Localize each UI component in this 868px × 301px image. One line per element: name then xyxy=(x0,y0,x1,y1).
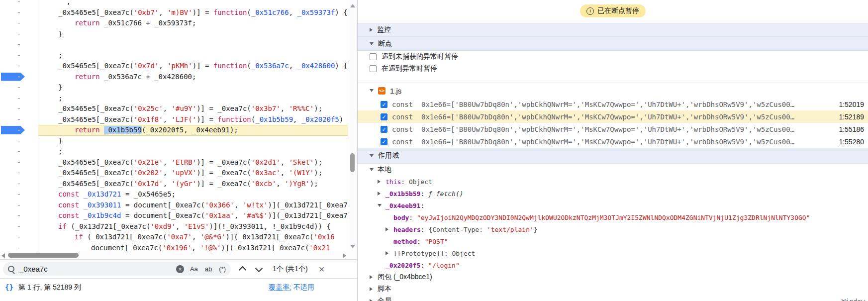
expand-arrow-icon[interactable] xyxy=(378,204,386,207)
line-gutter[interactable]: - xyxy=(0,179,38,190)
line-gutter[interactable]: - xyxy=(0,157,38,168)
scope-tree-item[interactable]: headers: {Content-Type: 'text/plain'} xyxy=(358,223,868,235)
code-line[interactable]: -document[_0xea7c('0x196', '!@%')](_0x13… xyxy=(0,243,348,252)
code-line[interactable]: -_0x5465e5[_0xea7c('0x202', 'upVX')] = _… xyxy=(0,168,348,179)
vertical-scrollbar[interactable] xyxy=(348,0,357,251)
clear-search-icon[interactable]: × xyxy=(176,265,184,273)
line-gutter[interactable]: - xyxy=(0,50,38,61)
scope-tree-item[interactable]: body: "eyJwIjoiN2QyMDQzODY3NDI0N2QwMjlkO… xyxy=(358,211,868,223)
pause-on-caught-checkbox[interactable] xyxy=(370,65,377,72)
line-gutter[interactable]: - xyxy=(0,18,38,29)
scope-tree-item[interactable]: [[Prototype]]: Object xyxy=(358,247,868,259)
scope-tree-item[interactable]: method: "POST" xyxy=(358,235,868,247)
expand-arrow-icon[interactable] xyxy=(370,287,378,291)
code-line[interactable]: -; xyxy=(0,146,348,157)
breakpoint-file-group[interactable]: <> 1.js xyxy=(358,83,868,98)
expand-arrow-icon[interactable] xyxy=(378,192,386,196)
code-line[interactable]: -_0x5465e5[_0xea7c('0xb7', 'm)BV')] = fu… xyxy=(0,7,348,18)
code-line[interactable]: -_0x5465e5[_0xea7c('0x17d', '(yGr')] = _… xyxy=(0,179,348,190)
code-line[interactable]: -_0x5465e5[_0xea7c('0x1f8', 'LJF(')] = f… xyxy=(0,114,348,125)
regex-button[interactable]: (*) xyxy=(219,265,226,273)
line-gutter[interactable]: - xyxy=(0,72,38,83)
code-line[interactable]: -_0x5465e5[_0xea7c('0x7d', 'pKMh')] = fu… xyxy=(0,61,348,72)
line-gutter[interactable]: - xyxy=(0,146,38,157)
line-gutter[interactable]: - xyxy=(0,221,38,232)
code-line[interactable]: -const _0x1b9c4d = document[_0xea7c('0x1… xyxy=(0,210,348,221)
breakpoint-entry[interactable]: ✓const _0x1e66=['B80Uw7bDq80n','wpbCkhQN… xyxy=(358,110,868,123)
expand-arrow-icon[interactable] xyxy=(370,299,378,301)
line-gutter[interactable]: - xyxy=(0,82,38,93)
close-search-icon[interactable]: × xyxy=(319,264,325,274)
pause-on-uncaught-row[interactable]: 遇到未捕获的异常时暂停 xyxy=(358,51,868,63)
code-line[interactable]: -} xyxy=(0,136,348,147)
code-line[interactable]: -return _0x1b5b59(_0x2020f5, _0x4eeb91); xyxy=(0,125,348,136)
breakpoint-entry[interactable]: ✓const _0x1e66=['B80Uw7bDq80n','wpbCkhQN… xyxy=(358,135,868,148)
breakpoint-checkbox[interactable]: ✓ xyxy=(381,138,387,145)
expand-arrow-icon[interactable] xyxy=(370,275,378,279)
code-line[interactable]: -_0x5465e5[_0xea7c('0x21e', 'EtRB')] = _… xyxy=(0,157,348,168)
scroll-left-icon[interactable] xyxy=(1,253,5,258)
code-line[interactable]: -return _0x536a7c + _0x428600; xyxy=(0,72,348,83)
vertical-scrollbar-thumb[interactable] xyxy=(350,153,355,172)
scope-tree-item[interactable]: 本地 xyxy=(358,164,868,176)
line-gutter[interactable]: - xyxy=(0,125,38,136)
code-line[interactable]: -; xyxy=(0,50,348,61)
search-input[interactable] xyxy=(19,265,176,273)
scope-tree-item[interactable]: 全局Window xyxy=(358,295,868,301)
code-line[interactable]: -const _0x13d721 = _0x5465e5; xyxy=(0,189,348,200)
scope-tree-item[interactable]: _0x2020f5: "/login" xyxy=(358,259,868,271)
line-gutter[interactable]: - xyxy=(0,7,38,18)
find-previous-button[interactable] xyxy=(239,266,247,274)
line-gutter[interactable]: - xyxy=(0,114,38,125)
expand-arrow-icon[interactable] xyxy=(370,168,378,171)
coverage-link[interactable]: 覆盖率: 不适用 xyxy=(269,283,314,292)
line-gutter[interactable]: - xyxy=(0,61,38,72)
line-gutter[interactable]: - xyxy=(0,200,38,211)
pause-on-caught-row[interactable]: 在遇到异常时暂停 xyxy=(358,63,868,75)
scope-tree-item[interactable]: this: Object xyxy=(358,176,868,188)
pause-on-uncaught-checkbox[interactable] xyxy=(370,53,377,60)
line-gutter[interactable]: - xyxy=(0,29,38,40)
section-breakpoints[interactable]: 断点 xyxy=(358,37,868,51)
source-editor[interactable]: -,-_0x5465e5[_0xea7c('0xb7', 'm)BV')] = … xyxy=(0,0,357,251)
code-line[interactable]: -; xyxy=(0,93,348,104)
horizontal-scrollbar[interactable] xyxy=(0,251,357,259)
code-line[interactable]: -if (_0x13d721[_0xea7c('0xd9', 'E1vS')](… xyxy=(0,221,348,232)
expand-arrow-icon[interactable] xyxy=(386,251,393,255)
scroll-right-icon[interactable] xyxy=(343,253,346,258)
code-line[interactable]: -} xyxy=(0,82,348,93)
code-line[interactable]: - xyxy=(0,39,348,50)
expand-arrow-icon[interactable] xyxy=(386,227,393,231)
line-gutter[interactable]: - xyxy=(0,0,38,7)
code-line[interactable]: -const _0x393011 = document[_0xea7c('0x3… xyxy=(0,200,348,211)
code-line[interactable]: -if (_0x13d721[_0xea7c('0xa7', '@&*G')](… xyxy=(0,232,348,243)
breakpoint-checkbox[interactable]: ✓ xyxy=(381,126,387,133)
code-line[interactable]: -return _0x51c766 + _0x59373f; xyxy=(0,18,348,29)
breakpoint-entry[interactable]: ✓const _0x1e66=['B80Uw7bDq80n','wpbCkhQN… xyxy=(358,123,868,135)
horizontal-scrollbar-thumb[interactable] xyxy=(8,253,79,258)
line-gutter[interactable]: - xyxy=(0,93,38,104)
scroll-down-icon[interactable] xyxy=(350,245,355,248)
section-watch[interactable]: 监控 xyxy=(358,23,868,37)
code-line[interactable]: -, xyxy=(0,0,348,7)
whole-word-button[interactable]: ab xyxy=(205,265,212,273)
section-scope[interactable]: 作用域 xyxy=(358,148,868,164)
search-field[interactable]: × Aa ab (*) xyxy=(3,262,231,276)
scope-tree-item[interactable]: 闭包 (_0x4bbce1) xyxy=(358,271,868,283)
code-line[interactable]: -_0x5465e5[_0xea7c('0x25c', '#u9Y')] = _… xyxy=(0,103,348,114)
scope-tree-item[interactable]: 脚本 xyxy=(358,283,868,295)
line-gutter[interactable]: - xyxy=(0,136,38,147)
match-case-button[interactable]: Aa xyxy=(190,265,198,273)
scroll-up-icon[interactable] xyxy=(350,4,355,7)
code-line[interactable]: -} xyxy=(0,29,348,40)
line-gutter[interactable]: - xyxy=(0,232,38,243)
scope-tree-item[interactable]: _0x4eeb91: xyxy=(358,200,868,211)
line-gutter[interactable]: - xyxy=(0,210,38,221)
line-gutter[interactable]: - xyxy=(0,39,38,50)
find-next-button[interactable] xyxy=(255,265,263,273)
breakpoint-entry[interactable]: ✓const _0x1e66=['B80Uw7bDq80n','wpbCkhQN… xyxy=(358,98,868,110)
line-gutter[interactable]: - xyxy=(0,189,38,200)
scope-tree-item[interactable]: _0x1b5b59: ƒ fetch() xyxy=(358,188,868,200)
line-gutter[interactable]: - xyxy=(0,243,38,252)
line-gutter[interactable]: - xyxy=(0,168,38,179)
